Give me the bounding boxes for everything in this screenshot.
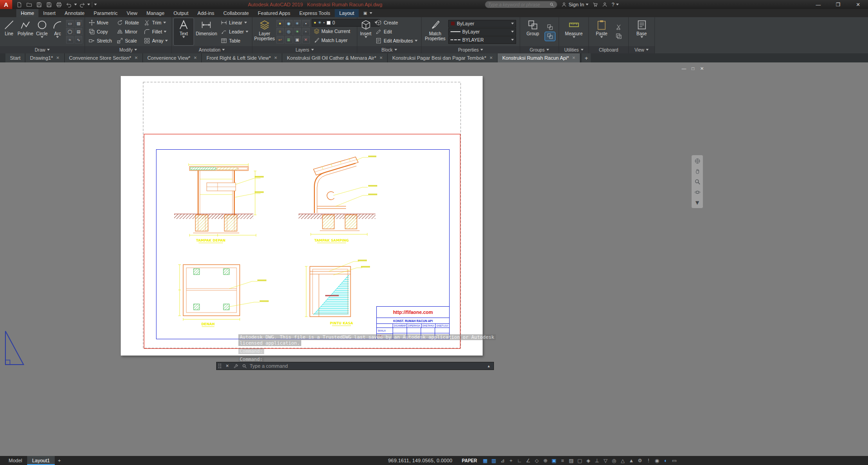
array-button[interactable]: Array bbox=[142, 37, 170, 45]
grid-toggle-icon[interactable]: ▦ bbox=[481, 457, 489, 465]
panel-label-layers[interactable]: Layers bbox=[252, 46, 357, 53]
linetype-dropdown[interactable]: BYLAYER bbox=[448, 36, 516, 44]
circle-button[interactable]: Circle bbox=[35, 18, 49, 45]
ribbon-tab-annotate[interactable]: Annotate bbox=[60, 9, 89, 17]
circle-caret-icon[interactable] bbox=[41, 36, 43, 38]
panel-label-view[interactable]: View bbox=[629, 46, 655, 53]
save-icon[interactable] bbox=[34, 1, 44, 9]
group-button[interactable]: Group bbox=[522, 18, 544, 45]
fillet-caret-icon[interactable] bbox=[164, 31, 166, 33]
insert-caret-icon[interactable] bbox=[365, 36, 367, 38]
zoom-icon[interactable] bbox=[693, 177, 702, 186]
3d-object-snap-icon[interactable]: ◈ bbox=[584, 457, 593, 465]
trim-button[interactable]: Trim bbox=[142, 19, 170, 27]
selection-filtering-icon[interactable]: ▽ bbox=[602, 457, 610, 465]
trim-caret-icon[interactable] bbox=[163, 22, 166, 24]
copy-clip-button[interactable] bbox=[614, 32, 624, 41]
ribbon-tab-view[interactable]: View bbox=[122, 9, 142, 17]
redo-icon[interactable] bbox=[77, 1, 87, 9]
layer-delete-icon[interactable]: ✕ bbox=[302, 36, 310, 43]
undo-icon[interactable] bbox=[64, 1, 74, 9]
selection-cycling-icon[interactable]: ▢ bbox=[576, 457, 584, 465]
dimension-button[interactable]: Dimension bbox=[195, 18, 218, 45]
doc-tab-convenience-view[interactable]: Convenience View*✕ bbox=[143, 53, 202, 62]
tab-close-icon[interactable]: ✕ bbox=[134, 56, 138, 60]
layer-isolate-icon[interactable]: ◉ bbox=[285, 20, 293, 27]
object-color-dropdown[interactable]: ByLayer bbox=[448, 20, 516, 28]
ribbon-tab-featured-apps[interactable]: Featured Apps bbox=[253, 9, 295, 17]
doc-close-icon[interactable]: ✕ bbox=[699, 66, 705, 71]
ribbon-tab-addins[interactable]: Add-ins bbox=[193, 9, 219, 17]
rotate-button[interactable]: Rotate bbox=[115, 19, 141, 27]
panel-label-draw[interactable]: Draw bbox=[0, 46, 85, 53]
ribbon-tab-parametric[interactable]: Parametric bbox=[89, 9, 122, 17]
layer-lock-icon[interactable]: ▪ bbox=[302, 20, 310, 27]
layer-unisolate-icon[interactable]: ◎ bbox=[285, 28, 293, 35]
base-caret-icon[interactable] bbox=[640, 36, 643, 38]
panel-label-properties[interactable]: Properties bbox=[422, 46, 520, 53]
measure-caret-icon[interactable] bbox=[573, 36, 575, 38]
layer-merge-icon[interactable]: ▣ bbox=[294, 36, 301, 43]
doc-tab-konstruksi-pagar[interactable]: Konstruksi Pagar Besi dan Pagar Tembok*✕ bbox=[388, 53, 498, 62]
workspace-switching-icon[interactable]: ⚙ bbox=[636, 457, 644, 465]
command-line[interactable]: ✕ ▴ bbox=[216, 362, 494, 370]
graphics-performance-icon[interactable]: ◐ bbox=[662, 457, 670, 465]
layout-paper-sheet[interactable]: TAMPAK DEPAN bbox=[121, 76, 483, 356]
drawing-area[interactable]: — □ ✕ bbox=[0, 62, 868, 456]
tab-close-icon[interactable]: ✕ bbox=[572, 56, 576, 60]
object-snap-icon[interactable]: ▣ bbox=[550, 457, 558, 465]
tab-close-icon[interactable]: ✕ bbox=[489, 56, 493, 60]
isolate-objects-icon[interactable]: ◉ bbox=[653, 457, 661, 465]
command-search-icon[interactable] bbox=[241, 363, 248, 370]
doc-restore-icon[interactable]: □ bbox=[690, 66, 696, 71]
doc-tab-konstruksi-grill[interactable]: Konstruksi Grill Oil Cather & Menara Air… bbox=[282, 53, 388, 62]
stay-connected-button[interactable] bbox=[602, 2, 607, 7]
panel-label-modify[interactable]: Modify bbox=[85, 46, 171, 53]
ucs-icon[interactable] bbox=[3, 328, 26, 368]
command-history-toggle-icon[interactable]: ▴ bbox=[485, 363, 492, 370]
stretch-button[interactable]: Stretch bbox=[87, 37, 114, 45]
command-grip-icon[interactable] bbox=[218, 363, 222, 369]
ribbon-tab-express-tools[interactable]: Express Tools bbox=[295, 9, 335, 17]
spline-tool-icon[interactable]: ∿ bbox=[75, 36, 82, 43]
edit-block-button[interactable]: Edit bbox=[374, 28, 419, 36]
dynamic-input-icon[interactable]: + bbox=[507, 457, 515, 465]
panel-label-groups[interactable]: Groups bbox=[520, 46, 559, 53]
create-block-button[interactable]: Create bbox=[374, 19, 419, 27]
pan-icon[interactable] bbox=[693, 167, 702, 176]
panel-label-clipboard[interactable]: Clipboard bbox=[589, 46, 628, 53]
mirror-button[interactable]: Mirror bbox=[115, 28, 141, 36]
annotation-monitor-icon[interactable]: ! bbox=[645, 457, 653, 465]
gizmo-icon[interactable]: ◎ bbox=[610, 457, 618, 465]
save-as-icon[interactable] bbox=[44, 1, 54, 9]
infer-constraints-icon[interactable]: ⊿ bbox=[498, 457, 507, 465]
base-button[interactable]: Base bbox=[631, 18, 653, 45]
linear-caret-icon[interactable] bbox=[244, 22, 247, 24]
plot-icon[interactable] bbox=[54, 1, 64, 9]
move-button[interactable]: Move bbox=[87, 19, 114, 27]
array-caret-icon[interactable] bbox=[165, 40, 168, 42]
layer-properties-button[interactable]: Layer Properties bbox=[254, 18, 275, 45]
layer-thaw-icon[interactable]: ☀ bbox=[294, 28, 301, 35]
snap-mode-icon[interactable]: ▥ bbox=[490, 457, 498, 465]
doc-tab-drawing1[interactable]: Drawing1*✕ bbox=[25, 53, 64, 62]
command-input[interactable] bbox=[250, 363, 484, 369]
ribbon-tab-home[interactable]: Home bbox=[16, 9, 38, 17]
text-caret-icon[interactable] bbox=[182, 36, 185, 38]
navbar-more-icon[interactable]: ▾ bbox=[693, 198, 702, 207]
layer-previous-icon[interactable]: ↩ bbox=[276, 36, 284, 43]
dynamic-ucs-icon[interactable]: ⊥ bbox=[593, 457, 601, 465]
doc-tab-start[interactable]: Start bbox=[5, 53, 25, 62]
hatch-tool-icon[interactable]: ▨ bbox=[75, 20, 82, 27]
tab-close-icon[interactable]: ✕ bbox=[56, 56, 60, 60]
ungroup-button[interactable] bbox=[545, 23, 555, 32]
navigation-wheel-icon[interactable] bbox=[693, 157, 702, 165]
new-file-icon[interactable] bbox=[14, 1, 24, 9]
insert-button[interactable]: Insert bbox=[359, 18, 372, 45]
new-layout-button[interactable]: + bbox=[55, 456, 64, 465]
isometric-drafting-icon[interactable]: ◇ bbox=[533, 457, 541, 465]
text-button[interactable]: Text bbox=[174, 18, 194, 45]
fillet-button[interactable]: Fillet bbox=[142, 28, 170, 36]
layout1-tab[interactable]: Layout1 bbox=[27, 456, 55, 465]
paper-model-toggle[interactable]: PAPER bbox=[458, 458, 481, 463]
